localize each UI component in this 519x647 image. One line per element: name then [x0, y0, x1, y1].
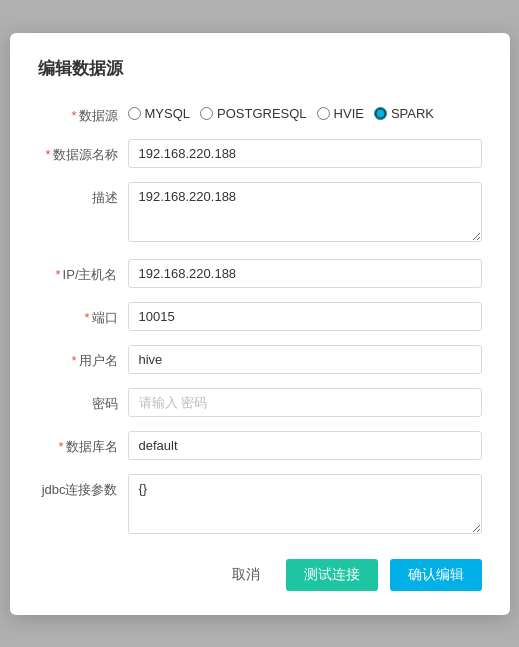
test-connection-button[interactable]: 测试连接	[286, 559, 378, 591]
port-row: *端口	[38, 302, 482, 331]
radio-mysql[interactable]: MYSQL	[128, 106, 191, 121]
ip-row: *IP/主机名	[38, 259, 482, 288]
ip-label: *IP/主机名	[38, 259, 128, 284]
dialog-title: 编辑数据源	[38, 57, 482, 80]
username-label: *用户名	[38, 345, 128, 370]
confirm-edit-button[interactable]: 确认编辑	[390, 559, 482, 591]
ip-input[interactable]	[128, 259, 482, 288]
radio-group: MYSQL POSTGRESQL HVIE SPARK	[128, 100, 482, 121]
datasource-name-label: *数据源名称	[38, 139, 128, 164]
database-row: *数据库名	[38, 431, 482, 460]
datasource-name-input[interactable]	[128, 139, 482, 168]
description-row: 描述	[38, 182, 482, 245]
username-row: *用户名	[38, 345, 482, 374]
description-label: 描述	[38, 182, 128, 207]
radio-hvie[interactable]: HVIE	[317, 106, 364, 121]
radio-spark[interactable]: SPARK	[374, 106, 434, 121]
datasource-name-row: *数据源名称	[38, 139, 482, 168]
cancel-button[interactable]: 取消	[218, 559, 274, 591]
jdbc-label: jdbc连接参数	[38, 474, 128, 499]
description-input[interactable]	[128, 182, 482, 242]
required-star: *	[71, 108, 76, 123]
dialog-footer: 取消 测试连接 确认编辑	[38, 559, 482, 591]
password-row: 密码	[38, 388, 482, 417]
username-input[interactable]	[128, 345, 482, 374]
database-label: *数据库名	[38, 431, 128, 456]
radio-postgresql[interactable]: POSTGRESQL	[200, 106, 307, 121]
password-input[interactable]	[128, 388, 482, 417]
datasource-type-label: *数据源	[38, 100, 128, 125]
port-label: *端口	[38, 302, 128, 327]
edit-datasource-dialog: 编辑数据源 *数据源 MYSQL POSTGRESQL HVIE SPARK *…	[10, 33, 510, 615]
database-input[interactable]	[128, 431, 482, 460]
datasource-type-row: *数据源 MYSQL POSTGRESQL HVIE SPARK	[38, 100, 482, 125]
jdbc-row: jdbc连接参数	[38, 474, 482, 537]
port-input[interactable]	[128, 302, 482, 331]
jdbc-input[interactable]	[128, 474, 482, 534]
password-label: 密码	[38, 388, 128, 413]
